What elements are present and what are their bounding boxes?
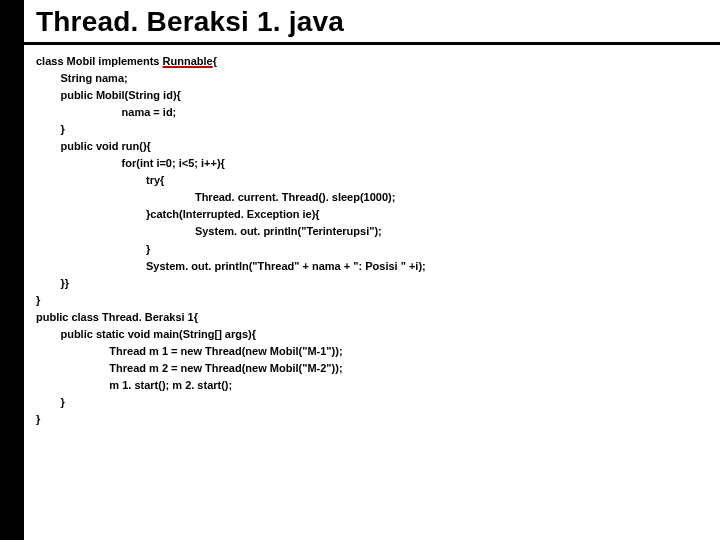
slide: Thread. Beraksi 1. java class Mobil impl…: [24, 0, 720, 540]
code-line: }: [36, 294, 40, 306]
code-line: System. out. println("Thread" + nama + "…: [36, 260, 426, 272]
code-line: Thread m 2 = new Thread(new Mobil("M-2")…: [36, 362, 343, 374]
code-line: Thread m 1 = new Thread(new Mobil("M-1")…: [36, 345, 343, 357]
code-line: class Mobil implements: [36, 55, 163, 67]
code-line: for(int i=0; i<5; i++){: [36, 157, 225, 169]
code-line: public class Thread. Beraksi 1{: [36, 311, 198, 323]
code-line: }: [36, 413, 40, 425]
code-line: nama = id;: [36, 106, 176, 118]
code-line: Thread. current. Thread(). sleep(1000);: [36, 191, 395, 203]
code-line: }}: [36, 277, 69, 289]
code-line: public Mobil(String id){: [36, 89, 181, 101]
code-line: String nama;: [36, 72, 128, 84]
code-line: }: [36, 396, 65, 408]
code-line: public void run(){: [36, 140, 151, 152]
code-line: m 1. start(); m 2. start();: [36, 379, 232, 391]
code-line: }: [36, 123, 65, 135]
keyword-runnable: Runnable: [163, 55, 213, 67]
code-line: }catch(Interrupted. Exception ie){: [36, 208, 320, 220]
code-block: class Mobil implements Runnable{ String …: [24, 45, 720, 428]
code-line: {: [213, 55, 217, 67]
title-wrap: Thread. Beraksi 1. java: [24, 0, 720, 45]
code-line: System. out. println("Terinterupsi");: [36, 225, 382, 237]
code-line: }: [36, 243, 150, 255]
page-title: Thread. Beraksi 1. java: [36, 6, 708, 38]
code-line: public static void main(String[] args){: [36, 328, 256, 340]
code-line: try{: [36, 174, 164, 186]
